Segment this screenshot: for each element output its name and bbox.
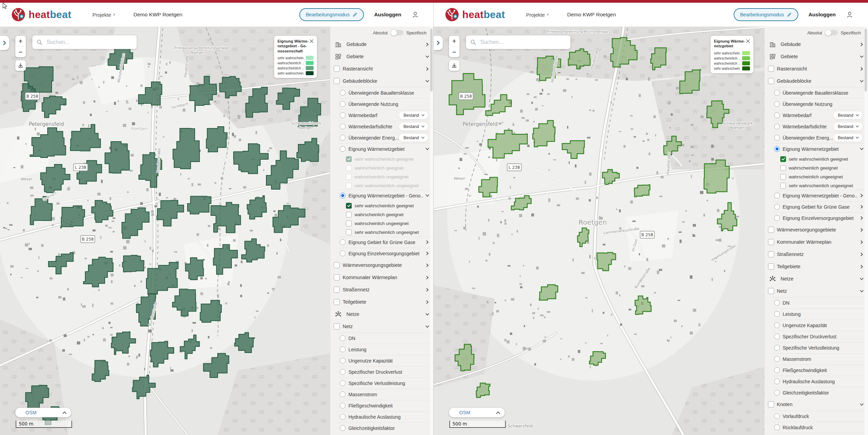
layer-row-eignung-waermenetzgebiet-geno[interactable]: Eignung Wärmenetzgebiet - Geno... [330,190,433,201]
layer-row-knoten[interactable]: Knoten [330,434,433,435]
layer-row-sehr-wahrscheinlich-geeignet[interactable]: sehr wahrscheinlich geeignet [765,155,868,163]
search-input[interactable] [46,39,133,46]
radio[interactable] [774,311,780,317]
checkbox[interactable] [346,183,352,189]
layer-row-eignung-einzelversorgungsgebiet[interactable]: Eignung Einzelversorgungsgebiet [330,248,433,259]
radio[interactable] [774,413,780,419]
absolut-spezifisch-toggle[interactable] [825,30,838,35]
radio[interactable] [340,380,346,386]
radio[interactable] [774,345,780,351]
layer-row-wahrscheinlich-geeignet[interactable]: wahrscheinlich geeignet [765,163,868,172]
basemap-selector[interactable]: OSM [15,408,71,417]
layer-row-gebiete[interactable]: Gebiete [765,50,868,63]
radio[interactable] [774,101,780,107]
layer-row-netze[interactable]: Netze [765,273,868,285]
chevron-down-icon[interactable] [860,55,864,59]
layer-row-eignung-einzelversorgungsgebiet[interactable]: Eignung Einzelversorgungsgebiet [765,212,868,224]
edit-mode-button[interactable]: Bearbeitungsmodus [299,8,364,21]
layer-row-hydraulische-auslastung[interactable]: Hydraulische Auslastung [330,411,433,422]
zoom-in-button[interactable]: + [15,36,26,46]
layer-row-sehr-wahrscheinlich-ungeeignet[interactable]: sehr wahrscheinlich ungeeignet [330,181,433,190]
chevron-right-icon[interactable] [860,253,864,256]
download-map-button[interactable] [449,60,460,71]
layer-row-ueberwiegende-nutzung[interactable]: Überwiegende Nutzung [765,98,868,110]
radio[interactable] [340,112,346,118]
layer-row-strassennetz[interactable]: Straßennetz [765,248,868,260]
checkbox-checked[interactable] [780,156,786,162]
chevron-down-icon[interactable] [860,277,864,281]
chevron-down-icon[interactable] [856,114,859,117]
chevron-down-icon[interactable] [425,79,429,83]
edit-mode-button[interactable]: Bearbeitungsmodus [734,8,798,21]
checkbox[interactable] [768,401,774,407]
radio[interactable] [774,334,780,339]
checkbox[interactable] [334,66,340,72]
radio[interactable] [774,424,780,430]
radio[interactable] [340,124,346,129]
layer-row-eignung-waermenetzgebiet-geno[interactable]: Eignung Wärmenetzgebiet - Geno... [765,190,868,201]
chevron-down-icon[interactable] [860,289,864,293]
layer-row-sehr-wahrscheinlich-geeignet[interactable]: sehr wahrscheinlich geeignet [330,155,433,163]
chevron-down-icon[interactable] [421,125,424,128]
layer-row-leistung[interactable]: Leistung [330,344,433,355]
layer-row-leistung[interactable]: Leistung [765,308,868,320]
scenario-select[interactable]: Bestand [399,133,429,142]
chevron-down-icon[interactable] [856,136,859,139]
chevron-right-icon[interactable] [860,216,864,220]
chevron-down-icon[interactable] [860,403,864,406]
layer-row-massenstrom[interactable]: Massenstrom [330,389,433,400]
scenario-select[interactable]: Bestand [833,133,863,142]
layer-row-vorlaufdruck[interactable]: Vorlaufdruck [765,410,868,422]
map-canvas[interactable]: TrinkwasseraufbereitungsanlageRoetgenMün… [0,27,330,435]
layer-row-gebaeudebloecke[interactable]: Gebäudeblöcke [330,75,433,87]
search-input[interactable] [480,39,566,46]
layer-row-ueberwiegender-energ[interactable]: Überwiegender Energ...Bestand [765,132,868,143]
layer-row-teilgebiete[interactable]: Teilgebiete [330,296,433,308]
layer-row-fliessgeschwindigkeit[interactable]: Fließgeschwindigkeit [330,400,433,411]
radio[interactable] [340,414,346,420]
scenario-select[interactable]: Bestand [399,122,429,131]
radio[interactable] [340,239,346,245]
radio[interactable] [340,425,346,431]
layer-row-spezifische-verlustleistung[interactable]: Spezifische Verlustleistung [330,377,433,389]
panel-collapse-tab[interactable] [0,36,9,50]
layer-row-dn[interactable]: DN [765,297,868,308]
layer-row-gleichzeitigkeitsfaktor[interactable]: Gleichzeitigkeitsfaktor [765,387,868,398]
checkbox[interactable] [780,183,786,189]
checkbox[interactable] [346,212,352,218]
radio[interactable] [774,124,780,129]
layer-row-knoten[interactable]: Knoten [765,398,868,410]
chevron-down-icon[interactable] [425,325,429,328]
layer-row-gebiete[interactable]: Gebiete [330,50,433,63]
download-map-button[interactable] [15,60,26,71]
chevron-down-icon[interactable] [860,79,864,83]
layer-row-netz[interactable]: Netz [330,320,433,333]
logout-button[interactable]: Ausloggen [808,12,836,18]
checkbox[interactable] [768,66,774,72]
chevron-right-icon[interactable] [860,67,864,71]
layer-row-waermeversorgungsgebiete[interactable]: Wärmeversorgungsgebiete [330,259,433,271]
layer-row-teilgebiete[interactable]: Teilgebiete [765,260,868,273]
layer-row-waermeversorgungsgebiete[interactable]: Wärmeversorgungsgebiete [765,224,868,236]
radio[interactable] [340,146,346,152]
layer-row-wahrscheinlich-ungeeignet[interactable]: wahrscheinlich ungeeignet [330,219,433,228]
layer-row-wahrscheinlich-ungeeignet[interactable]: wahrscheinlich ungeeignet [330,172,433,181]
checkbox[interactable] [334,287,340,293]
chevron-right-icon[interactable] [425,288,429,292]
chevron-right-icon[interactable] [425,252,429,255]
basemap-selector[interactable]: OSM [449,408,505,417]
checkbox[interactable] [768,227,774,233]
layer-row-ruecklaufdruck[interactable]: Rücklaufdruck [765,422,868,433]
layer-row-rasteransicht[interactable]: Rasteransicht [765,63,868,75]
chevron-down-icon[interactable] [856,125,859,128]
radio[interactable] [340,335,346,341]
chevron-down-icon[interactable] [425,147,429,151]
radio[interactable] [340,391,346,397]
breadcrumb[interactable]: Projekte › [93,12,115,18]
layer-row-druckdifferenz[interactable]: Druckdifferenz [765,433,868,435]
checkbox[interactable] [346,221,352,226]
chevron-right-icon[interactable] [860,194,864,197]
radio[interactable] [774,135,780,141]
layer-row-gebaeudebloecke[interactable]: Gebäudeblöcke [765,75,868,87]
checkbox[interactable] [768,239,774,245]
